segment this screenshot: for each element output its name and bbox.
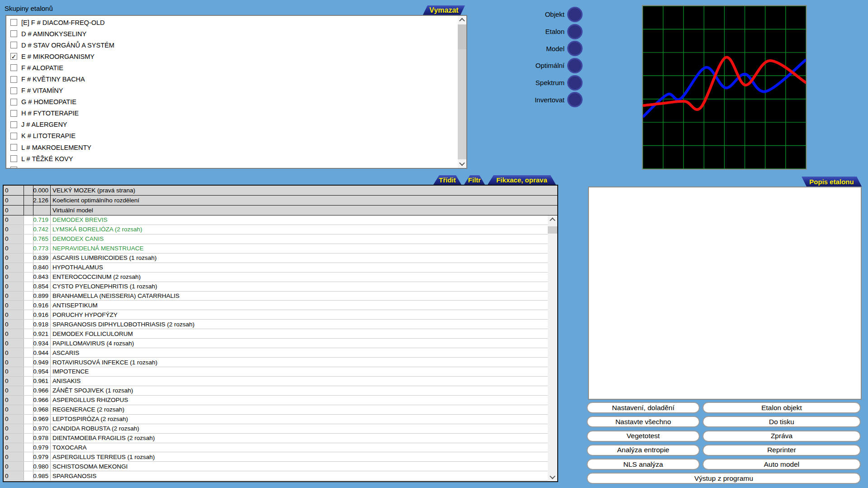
- action-button-5[interactable]: Vegetotest: [587, 431, 700, 442]
- table-row[interactable]: 00.773NEPRAVIDELNÁ MENSTRUACE: [4, 244, 548, 254]
- checkbox[interactable]: [10, 144, 17, 151]
- control-label: Invertovat: [452, 96, 567, 104]
- cell-mark: [24, 443, 33, 452]
- etalon-group-item[interactable]: G # HOMEOPATIE: [6, 96, 458, 108]
- etalon-group-item[interactable]: L # TĚŽKÉ KOVY: [6, 153, 458, 164]
- objekt-button[interactable]: [567, 7, 583, 22]
- etalon-group-item[interactable]: K # LITOTERAPIE: [6, 130, 458, 142]
- etalon-description-tab[interactable]: Popis etalonu: [802, 177, 862, 187]
- table-row[interactable]: 00.854CYSTO PYELONEPHRITIS (1 rozsah): [4, 282, 548, 292]
- etalon-group-item[interactable]: D # AMINOKYSELINY: [6, 28, 458, 39]
- table-header-row[interactable]: 02.126Koeficient optimálního rozdělení: [4, 196, 557, 206]
- table-row[interactable]: 00.916ANTISEPTIKUM: [4, 301, 548, 310]
- etalon-group-item[interactable]: L # MAKROELEMENTY: [6, 142, 458, 153]
- table-row[interactable]: 00.899BRANHAMELLA (NEISSERIA) CATARRHALI…: [4, 292, 548, 301]
- cell-flag: 0: [4, 452, 24, 461]
- table-row[interactable]: 00.944ASCARIS: [4, 348, 548, 358]
- checkbox[interactable]: [10, 42, 17, 48]
- checkbox-label: K # LITOTERAPIE: [21, 132, 76, 139]
- cell-name: ANTISEPTIKUM: [51, 301, 548, 310]
- action-button-8[interactable]: Reprinter: [702, 445, 861, 456]
- cell-mark: [24, 348, 33, 357]
- checkbox[interactable]: [10, 110, 17, 117]
- table-row[interactable]: 00.979TOXOCARA: [4, 443, 548, 453]
- table-row[interactable]: 00.949ROTAVIRUSOVÁ INFEKCE (1 rozsah): [4, 358, 548, 367]
- checkbox[interactable]: [10, 99, 17, 105]
- cell-flag: 0: [4, 471, 24, 480]
- checkbox[interactable]: [10, 133, 17, 139]
- cell-name: ASCARIS: [51, 348, 548, 357]
- etalon-group-item[interactable]: D # STAV ORGÁNŮ A SYSTÉM: [6, 39, 458, 51]
- table-header-row[interactable]: 00.000VELKÝ MOZEK (pravá strana): [4, 186, 557, 196]
- tab-sort[interactable]: Třídit: [433, 175, 461, 185]
- etalon-group-item[interactable]: F # KVĚTINY BACHA: [6, 73, 458, 85]
- etalon-group-item[interactable]: [E] F # DIACOM-FREQ-OLD: [6, 17, 458, 28]
- cell-flag: 0: [4, 386, 24, 395]
- checkbox[interactable]: [10, 19, 17, 26]
- table-row[interactable]: 00.966ASPERGILLUS RHIZOPUS: [4, 396, 548, 405]
- table-row[interactable]: 00.985SPARGANOSIS: [4, 471, 548, 481]
- action-button-6[interactable]: Zpráva: [702, 431, 861, 442]
- optimalni-button[interactable]: [567, 58, 583, 73]
- action-button-7[interactable]: Analýza entropie: [587, 445, 700, 456]
- action-button-3[interactable]: Nastavte všechno: [587, 416, 700, 427]
- table-row[interactable]: 00.961ANISAKIS: [4, 377, 548, 386]
- etalon-group-item[interactable]: J # ALERGENY: [6, 119, 458, 130]
- etalon-group-item[interactable]: H # FYTOTERAPIE: [6, 108, 458, 119]
- table-row[interactable]: 00.968REGENERACE (2 rozsah): [4, 405, 548, 415]
- table-row[interactable]: 00.719DEMODEX BREVIS: [4, 215, 548, 225]
- etalon-button[interactable]: [567, 24, 583, 39]
- checkbox-label: F # VITAMÍNY: [21, 87, 63, 94]
- table-row[interactable]: 00.742LYMSKÁ BORELIÓZA (2 rozsah): [4, 225, 548, 234]
- table-row[interactable]: 00.979ASPERGILLUS TERREUS (1 rozsah): [4, 452, 548, 462]
- scrollbar-thumb[interactable]: [548, 226, 557, 234]
- cell-mark: [24, 282, 33, 291]
- table-row[interactable]: 00.918SPARGANOSIS DIPHYLLOBOTHRIASIS (2 …: [4, 320, 548, 329]
- table-row[interactable]: 00.916PORUCHY HYPOFÝZY: [4, 310, 548, 320]
- view-control-row: Objekt: [452, 6, 583, 23]
- invertovat-button[interactable]: [567, 92, 583, 107]
- scroll-down-button[interactable]: [548, 473, 557, 481]
- action-button-2[interactable]: Etalon objekt: [702, 402, 861, 413]
- table-row[interactable]: 00.966ZÁNĚT SPOJIVEK (1 rozsah): [4, 386, 548, 396]
- results-scrollbar[interactable]: [548, 215, 557, 481]
- cell-value: 0.839: [33, 254, 51, 263]
- table-row[interactable]: 00.969LEPTOSPIRÓZA (2 rozsah): [4, 415, 548, 424]
- checkbox[interactable]: [10, 121, 17, 128]
- checkbox[interactable]: ✓: [10, 53, 17, 60]
- action-button-4[interactable]: Do tisku: [702, 416, 861, 427]
- cell-mark: [24, 263, 33, 272]
- table-row[interactable]: 00.978DIENTAMOEBA FRAGILIS (2 rozsah): [4, 434, 548, 443]
- action-button-9[interactable]: NLS analýza: [587, 459, 700, 470]
- table-row[interactable]: 00.843ENTEROCOCCINUM (2 rozsah): [4, 273, 548, 282]
- table-header-row[interactable]: 0Virtuální model: [4, 206, 557, 215]
- table-row[interactable]: 00.839ASCARIS LUMBRICOIDES (1 rozsah): [4, 254, 548, 263]
- checkbox[interactable]: [10, 155, 17, 162]
- table-row[interactable]: 00.954IMPOTENCE: [4, 367, 548, 377]
- etalon-group-item[interactable]: F # ALOPATIE: [6, 62, 458, 73]
- checkbox[interactable]: [10, 87, 17, 94]
- tab-fixation-repair[interactable]: Fikxace, oprava: [488, 175, 556, 185]
- table-row[interactable]: 00.840HYPOTHALAMUS: [4, 263, 548, 273]
- cell-mark: [24, 405, 33, 414]
- checkbox[interactable]: [10, 167, 17, 168]
- table-row[interactable]: 00.921DEMODEX FOLLICULORUM: [4, 329, 548, 339]
- action-button-10[interactable]: Auto model: [702, 459, 861, 470]
- etalon-group-item[interactable]: ✓E # MIKROORGANISMY: [6, 51, 458, 62]
- action-button-1[interactable]: Nastavení, doladění: [587, 402, 700, 413]
- exit-program-button[interactable]: Výstup z programu: [587, 473, 861, 484]
- scroll-up-button[interactable]: [548, 215, 557, 224]
- table-row[interactable]: 00.980SCHISTOSOMA MEKONGI: [4, 462, 548, 471]
- cell-name: VELKÝ MOZEK (pravá strana): [51, 186, 557, 195]
- checkbox[interactable]: [10, 76, 17, 83]
- checkbox[interactable]: [10, 64, 17, 71]
- tab-filter[interactable]: Filtr: [464, 175, 485, 185]
- spektrum-button[interactable]: [567, 75, 583, 91]
- checkbox[interactable]: [10, 30, 17, 37]
- etalon-group-item[interactable]: F # VITAMÍNY: [6, 85, 458, 96]
- scroll-down-button[interactable]: [458, 159, 466, 168]
- table-row[interactable]: 00.970CANDIDA ROBUSTA (2 rozsah): [4, 424, 548, 434]
- model-button[interactable]: [567, 41, 583, 56]
- table-row[interactable]: 00.765DEMODEX CANIS: [4, 234, 548, 244]
- table-row[interactable]: 00.934PAPILLOMAVIRUS (4 rozsah): [4, 339, 548, 348]
